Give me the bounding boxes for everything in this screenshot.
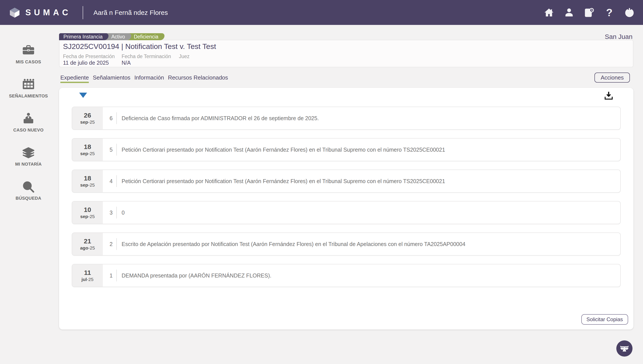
docket-row-text: Deficiencia de Caso firmada por ADMINIST… [122,115,324,121]
sort-filter-caret-icon[interactable] [79,93,87,98]
download-icon[interactable] [604,91,614,101]
layers-icon [22,146,35,160]
docket-row-seq: 6 [106,115,116,121]
profile-icon[interactable] [564,7,574,18]
docket-row-date: 21 ago-25 [72,233,103,255]
briefcase-icon [22,44,35,57]
docket-row-year: -25 [88,151,95,156]
docket-row-divider [116,112,117,124]
docket-row-day: 11 [84,269,91,276]
docket-row-text: Escrito de Apelación presentado por Noti… [122,241,471,247]
docket-row-seq: 4 [106,178,116,184]
sidebar-item-label: MI NOTARÍA [15,162,42,166]
docket-row-divider [116,144,117,156]
sumac-logo[interactable]: SUMAC [9,6,71,18]
case-title: SJ2025CV00194 | Notification Test v. Tes… [63,42,629,51]
field-fecha-presentacion: Fecha de Presentación 11 de julio de 202… [63,54,122,66]
search-icon [22,180,35,194]
field-juez: Juez [179,54,190,66]
brand-name: SUMAC [25,8,71,17]
help-icon[interactable]: ? [604,7,614,18]
acciones-button[interactable]: Acciones [595,72,630,82]
docket-row-text: 0 [122,210,130,216]
case-history-icon[interactable] [584,7,594,18]
scales-icon [618,342,631,355]
docket-row-seq: 3 [106,210,116,216]
docket-row-date: 18 sep-25 [72,138,103,161]
docket-row-divider [116,238,117,250]
clerk-desk-icon [22,112,35,126]
docket-row-text: Petición Certiorari presentado por Notif… [122,178,450,184]
case-page: San Juan Primera Instancia Activo Defici… [59,25,633,330]
docket-row-month: sep [80,151,88,156]
field-value: 11 de julio de 2025 [63,60,122,66]
docket-row-date: 10 sep-25 [72,202,103,224]
docket-row-divider [116,175,117,187]
docket-row-year: -25 [88,182,95,188]
case-tabs-row: Expediente Señalamientos Información Rec… [59,74,633,86]
field-label: Juez [179,54,190,59]
docket-row-day: 18 [84,175,91,182]
docket-row[interactable]: 11 jul-25 1 DEMANDA presentada por (AARÓ… [72,264,621,287]
status-badge-deficiency: Deficiencia [126,33,165,40]
sidebar-item-busqueda[interactable]: BÚSQUEDA [0,180,57,214]
app-header: SUMAC Aarã n Fernã ndez Flores ? [0,0,643,25]
sidebar-item-senalamientos[interactable]: SEÑALAMIENTOS [0,78,57,112]
cube-logo-icon [9,6,21,18]
docket-row-month: sep [80,182,88,188]
docket-row-date: 11 jul-25 [72,264,103,287]
docket-row[interactable]: 21 ago-25 2 Escrito de Apelación present… [72,232,621,256]
tab-senalamientos[interactable]: Señalamientos [93,74,130,83]
docket-row-text: DEMANDA presentada por (AARÓN FERNÁNDEZ … [122,272,277,278]
user-name: Aarã n Fernã ndez Flores [93,9,168,16]
sidebar-item-label: BÚSQUEDA [16,196,41,200]
justice-scales-fab[interactable] [616,340,632,356]
docket-row-month: jul [82,276,87,282]
docket-row-seq: 5 [106,146,116,153]
docket-row-day: 10 [84,206,91,213]
logout-icon[interactable] [624,7,635,18]
docket-row-month: sep [80,119,88,124]
docket-row[interactable]: 18 sep-25 4 Petición Certiorari presenta… [72,170,621,193]
docket-row-seq: 2 [106,241,116,247]
docket-row-date: 26 sep-25 [72,107,103,129]
sidebar-item-mi-notaria[interactable]: MI NOTARÍA [0,146,57,180]
docket-row-text: Petición Certiorari presentado por Notif… [122,146,450,153]
docket-row-year: -25 [87,276,93,282]
docket-row-divider [116,207,117,218]
docket-row[interactable]: 18 sep-25 5 Petición Certiorari presenta… [72,138,621,161]
sidebar-item-label: SEÑALAMIENTOS [9,94,48,98]
docket-row-day: 18 [84,143,91,150]
header-divider [83,6,83,19]
status-badge-instance: Primera Instancia [59,33,109,40]
field-label: Fecha de Terminación [122,54,179,59]
docket-row-year: -25 [88,214,95,219]
case-header-card: SJ2025CV00194 | Notification Test v. Tes… [59,40,633,67]
sidebar-item-mis-casos[interactable]: MIS CASOS [0,44,57,78]
docket-row-year: -25 [88,119,95,124]
docket-row-year: -25 [88,245,95,250]
docket-row-month: ago [80,245,88,250]
home-icon[interactable] [544,7,554,18]
docket-row-date: 18 sep-25 [72,170,103,192]
docket-toolbar [72,88,621,106]
region-label: San Juan [605,33,632,40]
tab-informacion[interactable]: Información [134,74,164,83]
docket-row[interactable]: 26 sep-25 6 Deficiencia de Caso firmada … [72,106,621,130]
docket-row-month: sep [80,214,88,219]
sidebar-item-caso-nuevo[interactable]: CASO NUEVO [0,112,57,146]
field-value [179,60,190,66]
sidebar-item-label: MIS CASOS [16,60,41,64]
tab-recursos-relacionados[interactable]: Recursos Relacionados [168,74,228,83]
docket-row-divider [116,270,117,282]
case-status-badges: Primera Instancia Activo Deficiencia [59,33,164,40]
docket-row-day: 26 [84,112,91,119]
sidebar-nav: MIS CASOS SEÑALAMIENTOS [0,25,57,214]
solicitar-copias-button[interactable]: Solicitar Copias [581,314,628,325]
expediente-panel: 26 sep-25 6 Deficiencia de Caso firmada … [59,88,633,330]
tab-expediente[interactable]: Expediente [60,74,89,83]
docket-row-day: 21 [84,238,91,245]
docket-row[interactable]: 10 sep-25 3 0 [72,201,621,224]
sidebar-item-label: CASO NUEVO [13,128,44,132]
field-fecha-terminacion: Fecha de Terminación N/A [122,54,179,66]
